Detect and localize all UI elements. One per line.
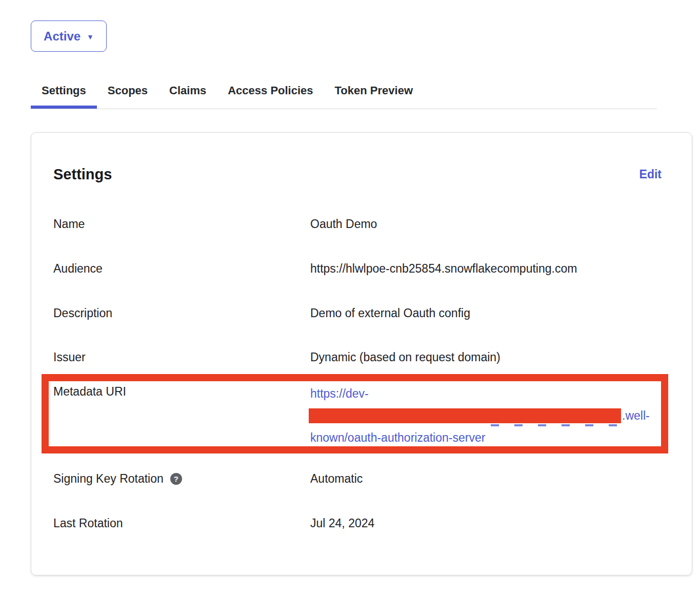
tab-token-preview[interactable]: Token Preview	[324, 76, 424, 109]
chevron-down-icon: ▼	[87, 33, 94, 40]
field-row-last-rotation: Last Rotation Jul 24, 2024	[53, 517, 662, 530]
field-value: Dynamic (based on request domain)	[310, 350, 662, 364]
field-row-signing-key-rotation: Signing Key Rotation ? Automatic	[53, 472, 662, 486]
tab-claims[interactable]: Claims	[158, 76, 217, 109]
field-value: Oauth Demo	[310, 217, 662, 231]
page: Active ▼ Settings Scopes Claims Access P…	[0, 0, 700, 599]
metadata-uri-line2-suffix: .well-	[622, 405, 650, 427]
field-row-description: Description Demo of external Oauth confi…	[53, 306, 662, 320]
edit-button[interactable]: Edit	[639, 168, 662, 181]
field-row-issuer: Issuer Dynamic (based on request domain)	[53, 350, 662, 364]
field-value: Demo of external Oauth config	[310, 306, 662, 320]
field-label: Description	[53, 306, 310, 320]
redaction-bar	[309, 408, 621, 423]
status-dropdown-button[interactable]: Active ▼	[31, 20, 107, 52]
tab-bar: Settings Scopes Claims Access Policies T…	[31, 76, 657, 109]
field-row-name: Name Oauth Demo	[53, 217, 662, 231]
metadata-uri-annotation-box: Metadata URI https://dev- .well- known/o…	[42, 374, 668, 453]
card-title: Settings	[53, 166, 112, 183]
metadata-uri-line2: .well-	[310, 405, 661, 427]
field-label-metadata-uri: Metadata URI	[49, 381, 310, 449]
tab-label: Scopes	[108, 84, 148, 97]
metadata-uri-line1: https://dev-	[310, 383, 661, 405]
tab-label: Settings	[42, 84, 86, 97]
field-value: https://hlwlpoe-cnb25854.snowflakecomput…	[310, 262, 662, 276]
tab-settings[interactable]: Settings	[31, 76, 97, 109]
card-header: Settings Edit	[53, 166, 662, 183]
settings-card: Settings Edit Name Oauth Demo Audience h…	[31, 132, 692, 575]
help-icon[interactable]: ?	[170, 473, 182, 485]
tab-access-policies[interactable]: Access Policies	[217, 76, 324, 109]
field-row-audience: Audience https://hlwlpoe-cnb25854.snowfl…	[53, 262, 662, 276]
metadata-uri-link[interactable]: https://dev- .well- known/oauth-authoriz…	[310, 381, 661, 449]
field-label: Name	[53, 217, 310, 231]
status-dropdown-label: Active	[44, 29, 81, 44]
metadata-uri-line3: known/oauth-authorization-server	[310, 427, 661, 449]
tab-label: Token Preview	[335, 84, 413, 97]
tab-label: Access Policies	[228, 84, 313, 97]
field-value: Automatic	[310, 472, 662, 486]
tab-label: Claims	[169, 84, 206, 97]
field-label: Issuer	[53, 350, 310, 364]
field-value: Jul 24, 2024	[310, 517, 662, 530]
field-label: Last Rotation	[53, 517, 310, 530]
field-label: Audience	[53, 262, 310, 276]
tab-scopes[interactable]: Scopes	[97, 76, 158, 109]
field-label: Signing Key Rotation ?	[53, 472, 310, 486]
